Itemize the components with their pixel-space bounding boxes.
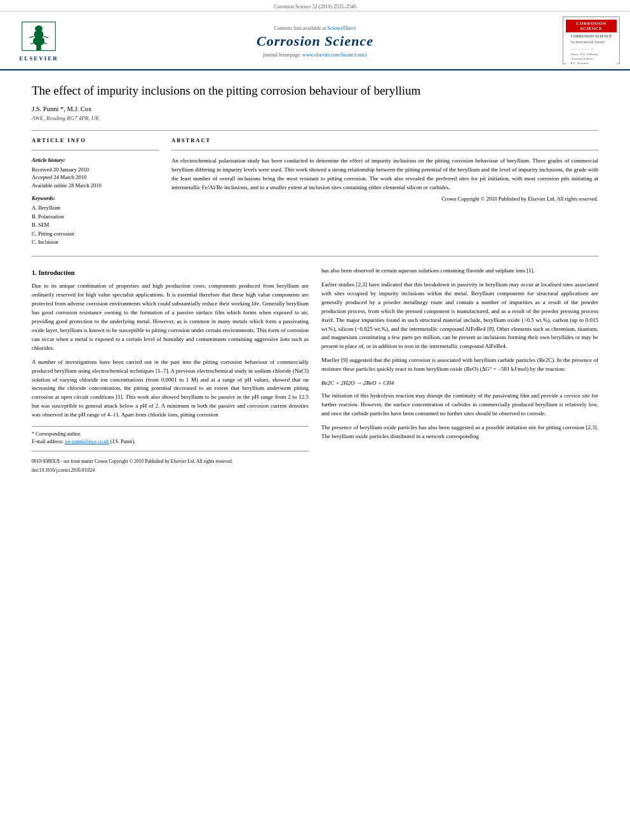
abstract-heading: ABSTRACT — [171, 137, 598, 143]
divider-1 — [32, 130, 598, 131]
contents-available-line: Contents lists available at ScienceDirec… — [67, 23, 563, 33]
svg-line-6 — [29, 36, 34, 37]
main-body: 1. Introduction Due to its unique combin… — [32, 267, 598, 474]
keyword-5: C. Inclusion — [32, 238, 159, 247]
bottom-line-2: doi:10.1016/j.corsci.2010.03.024 — [32, 467, 309, 474]
page: Corrosion Science 52 (2010) 2535–2546 — [0, 0, 630, 840]
cs-logo-content: CORROSION SCIENCE An International Journ… — [566, 32, 617, 67]
right-para-2: Earlier studies [2,3] have indicated tha… — [321, 281, 598, 352]
article-info-column: ARTICLE INFO Article history: Received 2… — [32, 137, 159, 247]
divider-2 — [32, 256, 598, 257]
footnote-email: E-mail address: joe.punni@awe.co.uk (J.S… — [32, 438, 309, 446]
svg-line-7 — [44, 36, 49, 37]
keywords-section: Keywords: A. Beryllium B. Polarisation B… — [32, 195, 159, 247]
right-para-3: Mueller [9] suggested that the pitting c… — [321, 356, 598, 374]
cs-logo-top-text: CORROSIONSCIENCE — [566, 20, 617, 32]
keywords-label: Keywords: — [32, 195, 159, 201]
abstract-text: An electrochemical polarisation study ha… — [171, 157, 598, 192]
body-columns: 1. Introduction Due to its unique combin… — [32, 267, 598, 474]
available-date: Available online 28 March 2010 — [32, 182, 159, 190]
body-col-right: has also been observed in certain aqueou… — [321, 267, 598, 474]
intro-para-2: A number of investigations have been car… — [32, 358, 309, 420]
authors: J.S. Punni *, M.J. Cox — [32, 105, 598, 112]
divider-bottom — [32, 451, 309, 451]
divider-abstract — [171, 150, 598, 150]
footnote-area: * Corresponding author. E-mail address: … — [32, 426, 309, 446]
footnote-corresponding: * Corresponding author. — [32, 430, 309, 438]
content-area: The effect of impurity inclusions on the… — [0, 70, 630, 486]
divider-info — [32, 150, 159, 150]
elsevier-label: ELSEVIER — [19, 55, 58, 62]
email-link[interactable]: joe.punni@awe.co.uk — [65, 439, 109, 444]
received-date: Received 20 January 2010 — [32, 166, 159, 174]
history-label: Article history: — [32, 157, 159, 163]
elsevier-logo: ELSEVIER — [10, 19, 67, 62]
section1-title: 1. Introduction — [32, 268, 309, 278]
keyword-2: B. Polarisation — [32, 213, 159, 222]
sciencedirect-link[interactable]: ScienceDirect — [328, 25, 356, 31]
journal-name-area: Contents lists available at ScienceDirec… — [67, 23, 563, 58]
copyright-text: Crown Copyright © 2010 Published by Else… — [171, 196, 598, 202]
intro-para-1: Due to its unique combination of propert… — [32, 282, 309, 353]
citation-text: Corrosion Science 52 (2010) 2535–2546 — [274, 4, 356, 10]
journal-header: ELSEVIER Contents lists available at Sci… — [0, 11, 630, 70]
article-info-heading: ARTICLE INFO — [32, 137, 159, 143]
equation: Be2C + 2H2O → 2BeO + CH4 — [321, 379, 598, 388]
affiliation: AWE, Reading RG7 4PR, UK — [32, 115, 598, 121]
keyword-1: A. Beryllium — [32, 204, 159, 213]
journal-homepage: journal homepage: www.elsevier.com/locat… — [67, 52, 563, 58]
article-info-abstract-area: ARTICLE INFO Article history: Received 2… — [32, 137, 598, 247]
abstract-column: ABSTRACT An electrochemical polarisation… — [171, 137, 598, 247]
keyword-4: C. Pitting corrosion — [32, 230, 159, 239]
citation-bar: Corrosion Science 52 (2010) 2535–2546 — [0, 0, 630, 11]
accepted-date: Accepted 24 March 2010 — [32, 173, 159, 182]
right-para-4: The initiation of this hydrolysis reacti… — [321, 392, 598, 418]
bottom-line-1: 0010-9380X/$ - see front matter Crown Co… — [32, 458, 309, 465]
homepage-url[interactable]: www.elsevier.com/locate/corsci — [302, 52, 367, 58]
corrosion-science-logo-box: CORROSIONSCIENCE CORROSION SCIENCE An In… — [563, 17, 620, 64]
keyword-3: B. SEM — [32, 221, 159, 230]
elsevier-logo-area: ELSEVIER — [10, 19, 67, 62]
svg-point-3 — [35, 25, 43, 32]
elsevier-tree-icon — [20, 19, 58, 54]
article-title: The effect of impurity inclusions on the… — [32, 83, 598, 99]
right-para-1: has also been observed in certain aqueou… — [321, 267, 598, 276]
right-para-5: The presence of beryllium oxide particle… — [321, 423, 598, 441]
journal-title: Corrosion Science — [67, 33, 563, 50]
body-col-left: 1. Introduction Due to its unique combin… — [32, 267, 309, 474]
